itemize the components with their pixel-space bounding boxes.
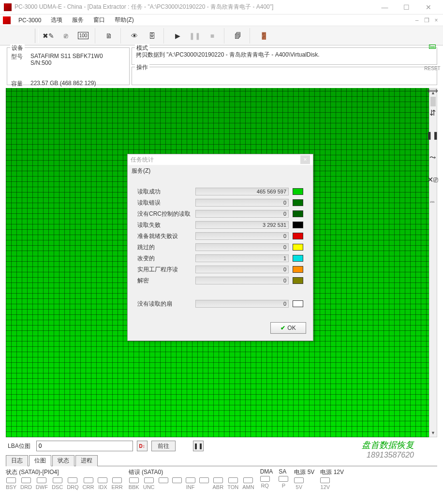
mdi-restore-icon[interactable]: ❐ <box>423 16 430 24</box>
goto-button[interactable]: 前往 <box>151 441 176 451</box>
stat-swatch <box>293 255 303 262</box>
led-5V: 5V <box>294 477 304 490</box>
error-section: 错误 (SATA0) BBKUNCINFABRTONAMN <box>129 468 254 490</box>
led-AMN: AMN <box>242 477 254 490</box>
lba-label: LBA位图 <box>6 442 32 450</box>
disk-power-icon[interactable]: 🖴 <box>426 40 439 52</box>
stat-swatch <box>293 244 303 251</box>
binoculars-icon[interactable]: 👁 <box>127 28 142 44</box>
led-blank <box>199 477 209 490</box>
tab-log[interactable]: 日志 <box>6 455 28 466</box>
led-ERR: ERR <box>111 477 122 490</box>
dialog-titlebar[interactable]: 任务统计 × <box>128 154 313 165</box>
minimize-button[interactable]: — <box>374 0 396 15</box>
exit-icon[interactable]: 🚪 <box>256 28 271 44</box>
stat-bar: 0 <box>195 243 289 251</box>
close-side-icon[interactable]: ✕⎚ <box>426 173 439 186</box>
maximize-button[interactable]: ☐ <box>396 0 417 15</box>
seek-icon[interactable]: ⤳ <box>426 151 439 163</box>
status-title: 状态 (SATA0)-[PIO4] <box>6 468 123 476</box>
led-DSC: DSC <box>52 477 63 490</box>
pwr12-title: 电源 12V <box>320 468 344 476</box>
play-icon[interactable]: ▶ <box>170 28 185 44</box>
window-controls: — ☐ ✕ <box>374 0 439 15</box>
stat-name: 没有CRC控制的读取 <box>137 210 195 218</box>
ok-button[interactable]: ✔ OK <box>270 322 306 334</box>
dialog-close-button[interactable]: × <box>300 155 310 164</box>
stat-bar: 0 <box>195 300 289 308</box>
right-toolstrip: 🖴 RESET ⟺ ⇵ ❚❚ ⤳ ✕⎚ ⎓ <box>424 30 441 208</box>
capacity-label: 容量 <box>11 80 30 88</box>
stat-swatch <box>293 222 303 228</box>
stat-bar: 0 <box>195 210 289 218</box>
led-BSY: BSY <box>6 477 16 490</box>
mdi-minimize-icon[interactable]: – <box>413 16 421 24</box>
led-IDX: IDX <box>98 477 107 490</box>
lba-toggle-button[interactable]: D↕ <box>137 441 148 451</box>
tab-process[interactable]: 进程 <box>75 455 98 466</box>
menu-service[interactable]: 服务 <box>67 15 89 26</box>
status-bar: 状态 (SATA0)-[PIO4] BSYDRDDWFDSCDRQCRRIDXE… <box>6 468 437 490</box>
copy-icon[interactable]: 🗐 <box>230 28 246 44</box>
pause-nav-button[interactable]: ❚❚ <box>193 441 204 451</box>
stat-bar: 0 <box>195 232 289 240</box>
percent-icon[interactable]: 100 <box>75 28 91 44</box>
stat-bar: 465 569 597 <box>195 188 289 195</box>
menu-app[interactable]: PC-3000 <box>14 15 46 25</box>
stat-name: 改变的 <box>137 254 195 263</box>
pwr5-title: 电源 5V <box>294 468 314 476</box>
scope-icon[interactable]: ⎚ <box>58 28 74 44</box>
stat-name: 读取成功 <box>137 188 195 196</box>
stat-swatch <box>293 277 303 284</box>
bottom-tabs: 日志 位图 状态 进程 <box>6 455 437 466</box>
report-icon[interactable]: 🗎 <box>101 28 117 44</box>
disk-icon[interactable]: 🗄 <box>144 28 160 44</box>
sa-title: SA <box>279 468 288 475</box>
scroll-down-icon[interactable]: ▼ <box>429 429 437 437</box>
stat-row: 读取失败3 292 531 <box>137 221 303 229</box>
led-INF: INF <box>186 477 195 490</box>
pause-side-icon[interactable]: ❚❚ <box>426 129 439 141</box>
lba-input[interactable] <box>36 441 133 451</box>
pwr12-section: 电源 12V 12V <box>320 468 344 490</box>
led-blank <box>172 477 182 490</box>
menu-help[interactable]: 帮助(Z) <box>110 15 138 26</box>
stop-icon[interactable]: ■ <box>205 28 220 44</box>
stat-bar: 0 <box>195 199 289 207</box>
dma-section: DMA RQ <box>260 468 273 490</box>
led-ABR: ABR <box>213 477 224 490</box>
menu-options[interactable]: 选项 <box>46 15 67 26</box>
mdi-close-icon[interactable]: × <box>432 16 440 24</box>
stat-row: 解密0 <box>137 276 303 285</box>
stat-name: 解密 <box>137 277 195 285</box>
pause-icon[interactable]: ❚❚ <box>187 28 203 44</box>
adjust-icon[interactable]: ⇵ <box>426 106 439 119</box>
main-toolbar: ✖✎ ⎚ 100 🗎 👁 🗄 ▶ ❚❚ ■ 🗐 🚪 <box>0 26 443 45</box>
stat-swatch <box>293 188 303 195</box>
stat-name: 读取错误 <box>137 199 195 207</box>
led-DRQ: DRQ <box>67 477 78 490</box>
menu-window[interactable]: 窗口 <box>89 15 110 26</box>
operation-panel: 操作 <box>132 67 437 85</box>
led-DWF: DWF <box>36 477 48 490</box>
dialog-menu[interactable]: 服务(Z) <box>128 165 313 177</box>
stat-bar: 0 <box>195 277 289 284</box>
sa-section: SA P <box>279 468 288 490</box>
tab-status[interactable]: 状态 <box>52 455 74 466</box>
stat-name: 跳过的 <box>137 243 195 252</box>
led-blank <box>159 477 168 490</box>
link-icon[interactable]: ⎓ <box>426 195 439 208</box>
check-icon: ✔ <box>281 325 285 331</box>
stat-row: 没有读取的扇0 <box>137 299 303 308</box>
tools-icon[interactable]: ✖✎ <box>41 28 56 44</box>
reset-icon[interactable]: RESET <box>426 62 439 74</box>
tab-bitmap[interactable]: 位图 <box>29 455 51 466</box>
range-icon[interactable]: ⟺ <box>426 84 439 97</box>
stat-swatch <box>293 199 303 206</box>
ok-label: OK <box>287 325 295 331</box>
led-BBK: BBK <box>129 477 139 490</box>
model-label: 型号 <box>11 53 30 66</box>
close-button[interactable]: ✕ <box>417 0 439 15</box>
stat-swatch <box>293 300 303 307</box>
stat-row: 实用工厂程序读0 <box>137 265 303 274</box>
